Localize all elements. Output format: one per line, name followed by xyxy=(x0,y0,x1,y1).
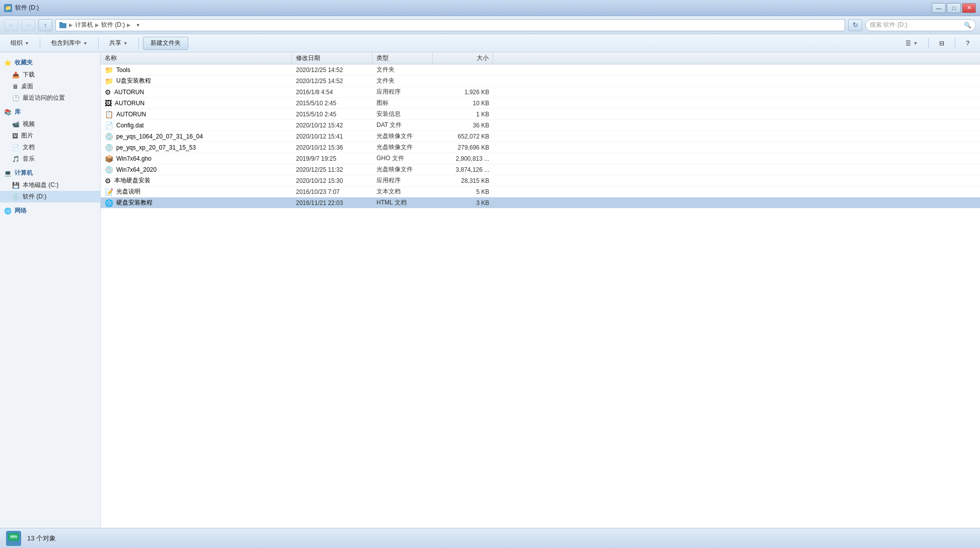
minimize-button[interactable]: — xyxy=(932,3,946,13)
help-label: ? xyxy=(966,40,969,47)
file-size: 279,696 KB xyxy=(433,144,493,151)
new-folder-label: 新建文件夹 xyxy=(150,39,181,46)
col-header-size[interactable]: 大小 xyxy=(433,52,493,64)
file-date: 2020/12/25 14:52 xyxy=(292,78,372,85)
file-type: 图标 xyxy=(372,99,433,107)
file-name: Tools xyxy=(116,66,130,74)
view-options-button[interactable]: ☰ ▼ xyxy=(899,37,924,50)
path-computer[interactable]: 计算机 xyxy=(75,21,93,29)
include-library-chevron-icon: ▼ xyxy=(83,41,88,46)
drive-c-label: 本地磁盘 (C:) xyxy=(23,181,58,189)
music-label: 音乐 xyxy=(23,155,35,163)
toolbar: 组织 ▼ 包含到库中 ▼ 共享 ▼ 新建文件夹 ☰ ▼ ⊟ ? xyxy=(0,34,980,52)
file-date: 2016/10/23 7:07 xyxy=(292,188,372,195)
sidebar-header-network[interactable]: 🌐 网络 xyxy=(0,204,100,217)
search-box[interactable]: 搜索 软件 (D:) 🔍 xyxy=(865,19,976,31)
file-size: 10 KB xyxy=(433,100,493,107)
file-type: 文件夹 xyxy=(372,65,433,74)
sidebar-item-documents[interactable]: 📄 文档 xyxy=(0,142,100,153)
sidebar-item-pictures[interactable]: 🖼 图片 xyxy=(0,130,100,142)
back-button[interactable]: ← xyxy=(4,19,18,31)
file-icon: 📁 xyxy=(105,66,113,74)
address-path[interactable]: ▶ 计算机 ▶ 软件 (D:) ▶ ▼ xyxy=(55,19,845,31)
table-row[interactable]: 🌐 硬盘安装教程 2016/11/21 22:03 HTML 文档 3 KB xyxy=(101,197,980,209)
col-header-date[interactable]: 修改日期 xyxy=(292,52,372,64)
table-row[interactable]: 💿 pe_yqs_xp_20_07_31_15_53 2020/10/12 15… xyxy=(101,142,980,153)
toolbar-sep-4 xyxy=(928,38,929,48)
table-row[interactable]: 📄 Config.dat 2020/10/12 15:42 DAT 文件 36 … xyxy=(101,120,980,131)
table-row[interactable]: 📁 U盘安装教程 2020/12/25 14:52 文件夹 xyxy=(101,76,980,87)
include-library-button[interactable]: 包含到库中 ▼ xyxy=(44,37,94,50)
help-button[interactable]: ? xyxy=(959,37,976,50)
path-separator-2: ▶ xyxy=(95,22,99,28)
file-date: 2015/5/10 2:45 xyxy=(292,100,372,107)
file-size: 2,900,813 ... xyxy=(433,155,493,162)
table-row[interactable]: ⚙ AUTORUN 2016/1/8 4:54 应用程序 1,926 KB xyxy=(101,87,980,98)
file-name: AUTORUN xyxy=(116,111,146,118)
table-row[interactable]: 🖼 AUTORUN 2015/5/10 2:45 图标 10 KB xyxy=(101,98,980,109)
file-type: 文件夹 xyxy=(372,77,433,85)
table-row[interactable]: 📦 Win7x64.gho 2019/9/7 19:25 GHO 文件 2,90… xyxy=(101,153,980,164)
path-dropdown[interactable]: ▼ xyxy=(133,20,143,31)
sidebar-header-computer[interactable]: 💻 计算机 xyxy=(0,167,100,179)
up-button[interactable]: ↑ xyxy=(38,19,52,31)
forward-button[interactable]: → xyxy=(21,19,35,31)
file-type: 应用程序 xyxy=(372,88,433,96)
file-size: 28,315 KB xyxy=(433,177,493,184)
path-drive[interactable]: 软件 (D:) xyxy=(101,21,125,29)
path-separator-3: ▶ xyxy=(127,22,131,28)
sidebar-item-desktop[interactable]: 🖥 桌面 xyxy=(0,81,100,92)
toolbar-sep-5 xyxy=(955,38,955,48)
recent-icon: 🕐 xyxy=(12,95,20,102)
col-header-name[interactable]: 名称 xyxy=(101,52,292,64)
organize-chevron-icon: ▼ xyxy=(25,41,29,46)
table-row[interactable]: 📝 光盘说明 2016/10/23 7:07 文本文档 5 KB xyxy=(101,186,980,197)
include-library-label: 包含到库中 xyxy=(51,39,81,47)
network-icon: 🌐 xyxy=(4,208,12,215)
organize-button[interactable]: 组织 ▼ xyxy=(4,37,36,50)
view-chevron-icon: ▼ xyxy=(913,41,918,46)
sidebar-item-video[interactable]: 📹 视频 xyxy=(0,118,100,130)
close-button[interactable]: ✕ xyxy=(962,3,976,13)
view-list-icon: ☰ xyxy=(906,40,911,47)
statusbar-count: 13 个对象 xyxy=(27,534,56,543)
share-button[interactable]: 共享 ▼ xyxy=(103,37,134,50)
new-folder-button[interactable]: 新建文件夹 xyxy=(143,37,188,50)
sidebar-item-drive-c[interactable]: 💾 本地磁盘 (C:) xyxy=(0,179,100,191)
video-icon: 📹 xyxy=(12,121,20,128)
drive-c-icon: 💾 xyxy=(12,182,20,189)
table-row[interactable]: 📁 Tools 2020/12/25 14:52 文件夹 xyxy=(101,64,980,76)
statusbar-icon: WIN xyxy=(6,531,21,546)
sidebar-item-drive-d[interactable]: 💿 软件 (D:) xyxy=(0,191,100,202)
table-row[interactable]: 📋 AUTORUN 2015/5/10 2:45 安装信息 1 KB xyxy=(101,109,980,120)
sidebar-header-favorites[interactable]: ⭐ 收藏夹 xyxy=(0,56,100,69)
sidebar-section-network: 🌐 网络 xyxy=(0,204,100,217)
file-date: 2020/12/25 11:32 xyxy=(292,166,372,173)
column-headers: 名称 修改日期 类型 大小 xyxy=(101,52,980,64)
sidebar-item-music[interactable]: 🎵 音乐 xyxy=(0,153,100,165)
sidebar-item-recent[interactable]: 🕐 最近访问的位置 xyxy=(0,92,100,104)
refresh-button[interactable]: ↻ xyxy=(848,19,862,31)
table-row[interactable]: 💿 Win7x64_2020 2020/12/25 11:32 光盘映像文件 3… xyxy=(101,164,980,175)
search-placeholder: 搜索 软件 (D:) xyxy=(870,21,908,29)
favorites-label: 收藏夹 xyxy=(15,58,33,67)
sidebar-item-downloads[interactable]: 📥 下载 xyxy=(0,69,100,81)
file-content: 名称 修改日期 类型 大小 📁 Tools 2020/12/25 14:52 文… xyxy=(101,52,980,528)
sidebar-header-library[interactable]: 📚 库 xyxy=(0,106,100,118)
file-size: 1 KB xyxy=(433,111,493,118)
toolbar-sep-3 xyxy=(138,38,139,48)
col-header-type[interactable]: 类型 xyxy=(372,52,433,64)
file-type: 光盘映像文件 xyxy=(372,165,433,174)
file-size: 5 KB xyxy=(433,188,493,195)
video-label: 视频 xyxy=(23,120,35,128)
table-row[interactable]: ⚙ 本地硬盘安装 2020/10/12 15:30 应用程序 28,315 KB xyxy=(101,175,980,186)
view-details-button[interactable]: ⊟ xyxy=(933,37,951,50)
share-label: 共享 xyxy=(109,39,121,47)
maximize-button[interactable]: □ xyxy=(947,3,961,13)
file-icon: ⚙ xyxy=(105,88,111,96)
sidebar-section-library: 📚 库 📹 视频 🖼 图片 📄 文档 🎵 音乐 xyxy=(0,106,100,165)
sidebar-section-favorites: ⭐ 收藏夹 📥 下载 🖥 桌面 🕐 最近访问的位置 xyxy=(0,56,100,104)
file-date: 2016/1/8 4:54 xyxy=(292,89,372,96)
network-label: 网络 xyxy=(15,207,27,215)
table-row[interactable]: 💿 pe_yqs_1064_20_07_31_16_04 2020/10/12 … xyxy=(101,131,980,142)
